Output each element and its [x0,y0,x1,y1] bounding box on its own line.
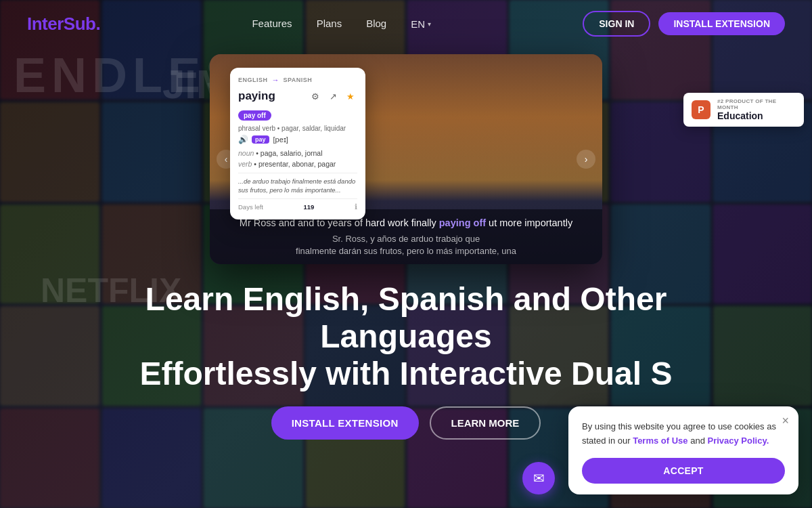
nav-blog[interactable]: Blog [366,18,386,30]
dictionary-popup: ENGLISH → SPANISH paying ⚙ ↗ ★ pay off p… [230,68,365,219]
cookie-banner: × By using this website you agree to use… [568,406,798,494]
chevron-down-icon: ▾ [428,20,431,28]
install-extension-button-hero[interactable]: INSTALL EXTENSION [271,406,419,440]
dict-phonetic: 🔊 pay [peɪ] [238,135,357,144]
nav-plans[interactable]: Plans [317,18,342,30]
dict-phrasal-def: phrasal verb • pagar, saldar, liquidar [238,125,357,132]
dict-word: paying [238,89,275,103]
current-language: EN [411,18,425,30]
demo-card: ENGLISH → SPANISH paying ⚙ ↗ ★ pay off p… [210,54,602,264]
hero-title: Learn English, Spanish and Other Languag… [129,280,683,393]
phonetic-text: [peɪ] [273,135,288,144]
chat-bubble-button[interactable]: ✉ [522,462,555,494]
language-direction: ENGLISH → SPANISH [238,76,357,84]
lang-to: SPANISH [284,77,313,83]
days-info-icon: ℹ [355,203,357,211]
next-arrow[interactable]: › [577,150,595,169]
video-frame: ENGLISH → SPANISH paying ⚙ ↗ ★ pay off p… [210,54,602,264]
sound-icon[interactable]: 🔊 [238,135,248,144]
cookie-accept-button[interactable]: ACCEPT [582,458,785,484]
language-selector[interactable]: EN ▾ [411,18,431,30]
nav-links: Features Plans Blog EN ▾ [252,18,431,30]
subtitle-spanish: Sr. Ross, y años de arduo trabajo que fi… [223,233,589,257]
badge-category: Education [717,110,796,121]
lang-from: ENGLISH [238,77,268,83]
mail-icon: ✉ [533,470,545,486]
nav-features[interactable]: Features [252,18,292,30]
producthunt-logo: P [692,100,710,119]
install-extension-button-nav[interactable]: INSTALL EXTENSION [658,12,785,35]
terms-link[interactable]: Terms of Use [633,436,687,446]
cookie-text: By using this website you agree to use c… [582,420,785,448]
days-left-count: 119 [304,203,315,211]
phonetic-tag: pay [252,135,269,144]
days-left-label: Days left [238,203,263,211]
dict-meanings: noun • paga, salario, jornal verb • pres… [238,148,357,170]
highlighted-word: paying off [439,217,486,228]
dict-header: paying ⚙ ↗ ★ [238,89,357,103]
dict-footer: Days left 119 ℹ [238,198,357,211]
nav-actions: SIGN IN INSTALL EXTENSION [583,11,785,37]
lang-arrow-icon: → [272,76,279,84]
dict-star-icon[interactable]: ★ [344,89,357,103]
badge-rank: #2 PRODUCT OF THE MONTH [717,98,796,110]
privacy-link[interactable]: Privacy Policy. [707,436,769,446]
dict-example: ...de arduo trabajo finalmente está dand… [238,173,357,195]
navbar: InterSub. Features Plans Blog EN ▾ SIGN … [0,0,812,47]
dict-external-icon[interactable]: ↗ [326,89,340,103]
logo-dot: . [95,14,100,34]
cookie-close-button[interactable]: × [782,415,789,427]
logo-text: InterSub [27,14,95,34]
learn-more-button[interactable]: LEARN MORE [430,406,541,440]
dict-tag: pay off [238,110,271,121]
dict-action-icons: ⚙ ↗ ★ [309,89,357,103]
signin-button[interactable]: SIGN IN [583,11,650,37]
dict-settings-icon[interactable]: ⚙ [309,89,322,103]
logo[interactable]: InterSub. [27,14,100,35]
education-badge: P #2 PRODUCT OF THE MONTH Education [683,93,804,127]
